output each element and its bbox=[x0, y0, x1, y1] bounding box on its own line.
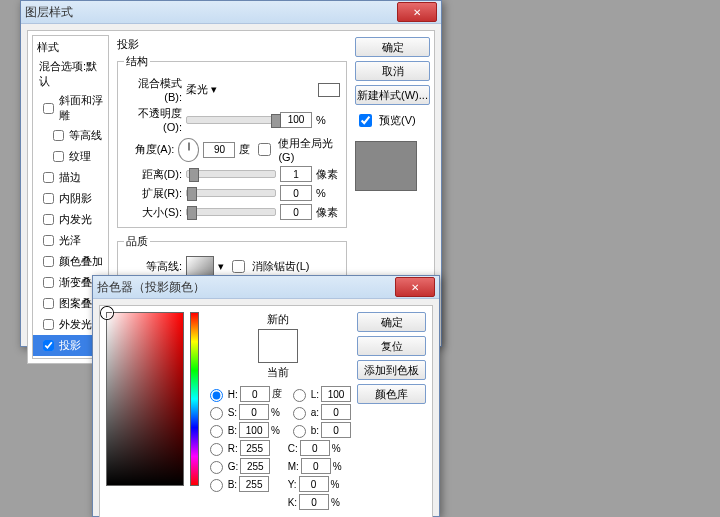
picker-fields: H:度 S:% B:% R: G: B: L: a: b: C:% M:% Y:… bbox=[205, 386, 351, 510]
picker-main: 新的 当前 H:度 S:% B:% R: G: B: L: a: bbox=[106, 312, 426, 510]
close-icon[interactable]: ✕ bbox=[397, 2, 437, 22]
distance-field[interactable] bbox=[280, 166, 312, 182]
picker-right: 确定 复位 添加到色板 颜色库 bbox=[357, 312, 426, 510]
picker-body: 新的 当前 H:度 S:% B:% R: G: B: L: a: bbox=[99, 305, 433, 517]
checkbox[interactable] bbox=[43, 193, 54, 204]
saturation-value-box[interactable] bbox=[106, 312, 184, 486]
checkbox[interactable] bbox=[43, 235, 54, 246]
layer-titlebar[interactable]: 图层样式 ✕ bbox=[21, 1, 441, 24]
b2-radio[interactable] bbox=[293, 425, 306, 438]
layer-title: 图层样式 bbox=[25, 4, 397, 21]
global-light-checkbox[interactable] bbox=[258, 143, 271, 156]
opacity-label: 不透明度(O): bbox=[124, 106, 182, 133]
panel-title: 投影 bbox=[117, 37, 347, 52]
spread-slider[interactable] bbox=[186, 189, 276, 197]
blend-options-row[interactable]: 混合选项:默认 bbox=[33, 57, 108, 91]
checkbox[interactable] bbox=[43, 103, 54, 114]
structure-legend: 结构 bbox=[124, 54, 150, 69]
chevron-down-icon[interactable]: ▾ bbox=[211, 83, 217, 96]
checkbox[interactable] bbox=[53, 130, 64, 141]
structure-group: 结构 混合模式(B): 柔光 ▾ 不透明度(O): % 角度(A): bbox=[117, 54, 347, 228]
m-field[interactable] bbox=[301, 458, 331, 474]
spread-field[interactable] bbox=[280, 185, 312, 201]
opacity-slider[interactable] bbox=[186, 116, 276, 124]
picker-ok-button[interactable]: 确定 bbox=[357, 312, 426, 332]
picker-reset-button[interactable]: 复位 bbox=[357, 336, 426, 356]
g-field[interactable] bbox=[240, 458, 270, 474]
spread-label: 扩展(R): bbox=[124, 186, 182, 201]
styles-heading: 样式 bbox=[33, 38, 108, 57]
blendmode-value: 柔光 bbox=[186, 82, 208, 97]
angle-dial[interactable] bbox=[178, 138, 199, 162]
l-field[interactable] bbox=[321, 386, 351, 402]
add-swatch-button[interactable]: 添加到色板 bbox=[357, 360, 426, 380]
distance-label: 距离(D): bbox=[124, 167, 182, 182]
quality-legend: 品质 bbox=[124, 234, 150, 249]
contour-label: 等高线: bbox=[124, 259, 182, 274]
close-icon[interactable]: ✕ bbox=[395, 277, 435, 297]
g-radio[interactable] bbox=[210, 461, 223, 474]
list-item[interactable]: 描边 bbox=[33, 167, 108, 188]
list-item[interactable]: 颜色叠加 bbox=[33, 251, 108, 272]
list-item[interactable]: 等高线 bbox=[33, 125, 108, 146]
current-label: 当前 bbox=[267, 365, 289, 380]
picker-title: 拾色器（投影颜色） bbox=[97, 279, 395, 296]
new-label: 新的 bbox=[267, 312, 289, 327]
r-field[interactable] bbox=[240, 440, 270, 456]
checkbox[interactable] bbox=[43, 319, 54, 330]
size-slider[interactable] bbox=[186, 208, 276, 216]
contour-swatch[interactable] bbox=[186, 256, 214, 276]
preview-checkbox[interactable] bbox=[359, 114, 372, 127]
list-item[interactable]: 内发光 bbox=[33, 209, 108, 230]
r-radio[interactable] bbox=[210, 443, 223, 456]
size-field[interactable] bbox=[280, 204, 312, 220]
angle-label: 角度(A): bbox=[124, 142, 174, 157]
hue-slider[interactable] bbox=[190, 312, 199, 486]
checkbox[interactable] bbox=[53, 151, 64, 162]
size-label: 大小(S): bbox=[124, 205, 182, 220]
l-radio[interactable] bbox=[293, 389, 306, 402]
s-field[interactable] bbox=[239, 404, 269, 420]
c-field[interactable] bbox=[300, 440, 330, 456]
list-item[interactable]: 光泽 bbox=[33, 230, 108, 251]
bv-radio[interactable] bbox=[210, 479, 223, 492]
checkbox[interactable] bbox=[43, 277, 54, 288]
antialias-checkbox[interactable] bbox=[232, 260, 245, 273]
preview-box bbox=[355, 141, 417, 191]
a-field[interactable] bbox=[321, 404, 351, 420]
b-field[interactable] bbox=[239, 422, 269, 438]
hsb-col: H:度 S:% B:% R: G: B: bbox=[205, 386, 282, 510]
new-style-button[interactable]: 新建样式(W)... bbox=[355, 85, 430, 105]
opacity-field[interactable] bbox=[280, 112, 312, 128]
shadow-color-swatch[interactable] bbox=[318, 83, 340, 97]
cancel-button[interactable]: 取消 bbox=[355, 61, 430, 81]
angle-field[interactable] bbox=[203, 142, 235, 158]
blendmode-label: 混合模式(B): bbox=[124, 76, 182, 103]
b2-field[interactable] bbox=[321, 422, 351, 438]
checkbox[interactable] bbox=[43, 214, 54, 225]
color-libs-button[interactable]: 颜色库 bbox=[357, 384, 426, 404]
picker-titlebar[interactable]: 拾色器（投影颜色） ✕ bbox=[93, 276, 439, 299]
s-radio[interactable] bbox=[210, 407, 223, 420]
list-item[interactable]: 纹理 bbox=[33, 146, 108, 167]
y-field[interactable] bbox=[299, 476, 329, 492]
chevron-down-icon[interactable]: ▾ bbox=[218, 260, 224, 273]
bv-field[interactable] bbox=[239, 476, 269, 492]
ok-button[interactable]: 确定 bbox=[355, 37, 430, 57]
checkbox[interactable] bbox=[43, 256, 54, 267]
k-field[interactable] bbox=[299, 494, 329, 510]
b-radio[interactable] bbox=[210, 425, 223, 438]
checkbox[interactable] bbox=[43, 298, 54, 309]
lab-cmyk-col: L: a: b: C:% M:% Y:% K:% bbox=[288, 386, 351, 510]
list-item[interactable]: 斜面和浮雕 bbox=[33, 91, 108, 125]
color-picker-window: 拾色器（投影颜色） ✕ 新的 当前 H:度 S:% B:% R: G: bbox=[92, 275, 440, 517]
h-radio[interactable] bbox=[210, 389, 223, 402]
distance-slider[interactable] bbox=[186, 170, 276, 178]
sample-column: 新的 当前 H:度 S:% B:% R: G: B: L: a: bbox=[205, 312, 351, 510]
a-radio[interactable] bbox=[293, 407, 306, 420]
checkbox[interactable] bbox=[43, 172, 54, 183]
list-item[interactable]: 内阴影 bbox=[33, 188, 108, 209]
new-color-box bbox=[258, 329, 298, 363]
checkbox[interactable] bbox=[43, 340, 54, 351]
h-field[interactable] bbox=[240, 386, 270, 402]
